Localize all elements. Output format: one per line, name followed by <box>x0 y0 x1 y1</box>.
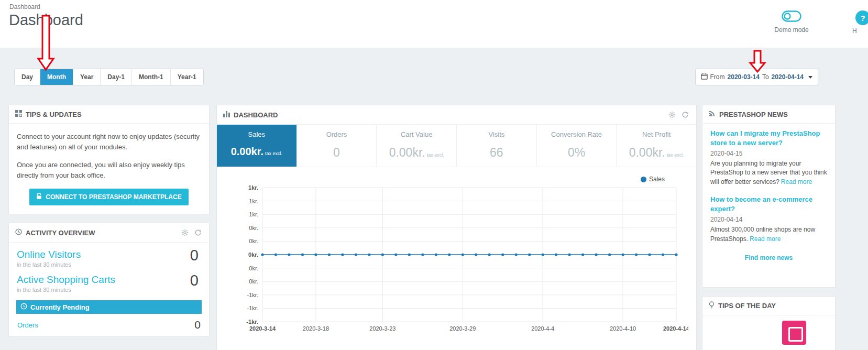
tips-paragraph-1: Connect to your account right now to enj… <box>17 132 201 152</box>
calendar-icon <box>701 73 708 81</box>
activity-settings-button[interactable] <box>180 228 190 237</box>
demo-mode-label: Demo mode <box>770 26 814 34</box>
date-to-label: To <box>762 73 769 81</box>
date-range-picker[interactable]: From 2020-03-14 To 2020-04-14 <box>695 69 818 85</box>
active-carts-sub: in the last 30 minutes <box>17 287 201 293</box>
svg-text:0kr.: 0kr. <box>248 251 258 258</box>
tips-of-the-day-header: TIPS OF THE DAY <box>702 297 835 315</box>
svg-text:-1kr.: -1kr. <box>247 305 258 311</box>
tab-conversion-rate-value: 0% <box>568 146 585 159</box>
tab-cart-value[interactable]: Cart Value 0.00kr.tax excl. <box>377 125 457 167</box>
read-more-link[interactable]: Read more <box>781 178 812 185</box>
read-more-link[interactable]: Read more <box>750 235 781 243</box>
tips-updates-title: TIPS & UPDATES <box>26 111 82 118</box>
range-button-month-1[interactable]: Month-1 <box>132 69 171 85</box>
dashboard-panel-title: DASHBOARD <box>234 111 278 119</box>
tab-visits[interactable]: Visits 66 <box>457 125 537 167</box>
tab-net-profit-label: Net Profit <box>617 130 696 138</box>
tab-cart-value-suffix: tax excl. <box>427 152 444 158</box>
rss-icon <box>709 110 716 118</box>
news-article: How can I migrate my PrestaShop store to… <box>710 129 827 187</box>
tips-of-the-day-title: TIPS OF THE DAY <box>718 302 776 310</box>
pending-orders-value: 0 <box>194 319 201 331</box>
tab-visits-value: 66 <box>490 146 503 159</box>
sales-chart-area: Sales 1kr.1kr.1kr.0kr.0kr.0kr.0kr.0kr.-1… <box>217 167 696 350</box>
tips-updates-panel: TIPS & UPDATES Connect to your account r… <box>8 105 210 214</box>
unlock-icon <box>36 193 42 201</box>
news-article: How to become an e-commerce expert? 2020… <box>710 195 827 244</box>
page-title: Dashboard <box>9 12 83 29</box>
left-column: TIPS & UPDATES Connect to your account r… <box>8 105 210 345</box>
refresh-icon <box>194 229 202 236</box>
svg-text:1kr.: 1kr. <box>248 184 258 191</box>
online-visitors-value: 0 <box>190 247 199 264</box>
activity-refresh-button[interactable] <box>193 228 203 237</box>
dashboard-panel-header: DASHBOARD <box>217 105 696 125</box>
tab-conversion-rate[interactable]: Conversion Rate 0% <box>537 125 617 167</box>
help-label: H <box>852 27 868 35</box>
tips-updates-body: Connect to your account right now to enj… <box>9 124 209 213</box>
sales-line-chart: 1kr.1kr.1kr.0kr.0kr.0kr.0kr.0kr.-1kr.-1k… <box>217 175 688 337</box>
currently-pending-header: Currently Pending <box>16 300 202 314</box>
active-carts-link[interactable]: Active Shopping Carts <box>17 274 201 286</box>
tab-sales-value: 0.00kr. <box>231 146 263 157</box>
kpi-tabs: Sales 0.00kr.tax excl. Orders 0 Cart Val… <box>217 125 696 167</box>
range-button-day-1[interactable]: Day-1 <box>101 69 132 85</box>
demo-mode-toggle[interactable]: Demo mode <box>770 10 814 34</box>
news-article-title-link[interactable]: How to become an e-commerce expert? <box>710 195 827 213</box>
dashboard-settings-button[interactable] <box>667 110 677 119</box>
online-visitors-link[interactable]: Online Visitors <box>17 249 201 260</box>
tab-visits-label: Visits <box>457 130 536 138</box>
tab-sales-label: Sales <box>217 130 296 138</box>
help-button[interactable]: H <box>852 10 868 35</box>
news-article-title-link[interactable]: How can I migrate my PrestaShop store to… <box>710 129 827 147</box>
date-range-button-group: Day Month Year Day-1 Month-1 Year-1 <box>14 69 204 85</box>
online-visitors-item: Online Visitors 0 in the last 30 minutes <box>9 243 209 268</box>
center-column: DASHBOARD <box>216 105 697 350</box>
currently-pending-label: Currently Pending <box>30 303 90 311</box>
date-to-value: 2020-04-14 <box>772 73 804 81</box>
tab-orders[interactable]: Orders 0 <box>297 125 377 167</box>
right-column: PRESTASHOP NEWS How can I migrate my Pre… <box>702 105 836 350</box>
refresh-icon <box>682 111 689 118</box>
breadcrumb[interactable]: Dashboard <box>9 3 40 10</box>
news-panel-title: PRESTASHOP NEWS <box>719 111 788 118</box>
pending-orders-row: Orders 0 <box>16 314 202 336</box>
tab-net-profit[interactable]: Net Profit 0.00kr.tax excl. <box>617 125 696 167</box>
find-more-news-link[interactable]: Find more news <box>710 254 827 261</box>
range-button-year-1[interactable]: Year-1 <box>171 69 203 85</box>
tip-promo-image[interactable] <box>782 321 806 345</box>
pending-clock-icon <box>20 303 27 311</box>
svg-text:1kr.: 1kr. <box>249 211 258 217</box>
online-visitors-sub: in the last 30 minutes <box>17 261 201 268</box>
date-from-label: From <box>710 73 725 81</box>
dashboard-refresh-button[interactable] <box>680 110 690 119</box>
news-article-date: 2020-04-14 <box>710 216 827 223</box>
connect-marketplace-button[interactable]: CONNECT TO PRESTASHOP MARKETPLACE <box>29 189 188 205</box>
tips-paragraph-2: Once you are connected, you will also en… <box>17 160 201 180</box>
pending-orders-link[interactable]: Orders <box>17 321 38 329</box>
svg-text:2020-4-4: 2020-4-4 <box>531 325 554 332</box>
tab-sales-suffix: tax excl. <box>265 151 282 156</box>
range-button-year[interactable]: Year <box>73 69 101 85</box>
tab-sales[interactable]: Sales 0.00kr.tax excl. <box>217 125 297 167</box>
news-panel-header: PRESTASHOP NEWS <box>702 105 835 124</box>
range-button-day[interactable]: Day <box>15 69 40 85</box>
gear-icon <box>668 111 676 118</box>
tab-orders-label: Orders <box>297 130 377 138</box>
modules-icon <box>15 110 22 118</box>
svg-text:1kr.: 1kr. <box>249 198 258 204</box>
activity-overview-title: ACTIVITY OVERVIEW <box>26 229 95 237</box>
range-button-month[interactable]: Month <box>40 69 73 85</box>
tab-cart-value-label: Cart Value <box>377 130 456 138</box>
svg-text:0kr.: 0kr. <box>249 225 258 231</box>
lightbulb-icon <box>709 301 715 310</box>
help-icon <box>855 10 868 25</box>
svg-text:0kr.: 0kr. <box>249 278 258 285</box>
svg-text:2020-4-10: 2020-4-10 <box>610 325 636 332</box>
bar-chart-icon <box>223 111 230 119</box>
news-article-date: 2020-04-15 <box>710 150 827 157</box>
svg-text:0kr.: 0kr. <box>249 238 258 244</box>
prestashop-news-panel: PRESTASHOP NEWS How can I migrate my Pre… <box>702 105 836 288</box>
tab-orders-value: 0 <box>333 146 340 159</box>
